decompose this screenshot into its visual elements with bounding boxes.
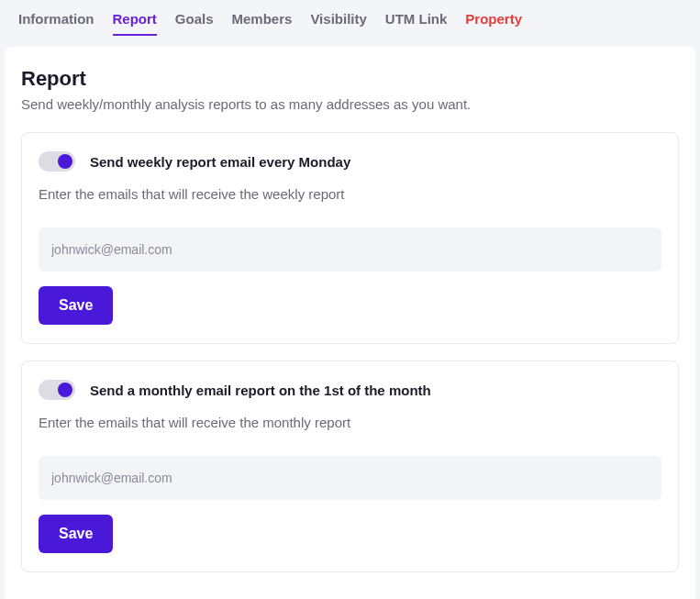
toggle-knob-icon: [58, 154, 72, 169]
weekly-email-input[interactable]: [39, 227, 661, 272]
tab-information[interactable]: Information: [18, 11, 94, 36]
tab-report[interactable]: Report: [113, 11, 157, 36]
monthly-toggle-row: Send a monthly email report on the 1st o…: [39, 380, 661, 400]
monthly-report-block: Send a monthly email report on the 1st o…: [21, 361, 679, 572]
monthly-toggle-label: Send a monthly email report on the 1st o…: [90, 383, 431, 398]
weekly-report-block: Send weekly report email every Monday En…: [21, 132, 679, 344]
monthly-helper-text: Enter the emails that will receive the m…: [39, 415, 661, 430]
weekly-toggle[interactable]: [39, 151, 75, 172]
main-card: Report Send weekly/monthly analysis repo…: [5, 47, 695, 599]
page-subtitle: Send weekly/monthly analysis reports to …: [21, 96, 679, 112]
tab-utm-link[interactable]: UTM Link: [385, 11, 448, 36]
tab-goals[interactable]: Goals: [175, 11, 214, 36]
weekly-toggle-label: Send weekly report email every Monday: [90, 154, 350, 170]
monthly-email-input[interactable]: [39, 456, 661, 500]
monthly-save-button[interactable]: Save: [39, 515, 113, 553]
tab-property[interactable]: Property: [465, 11, 522, 36]
toggle-knob-icon: [58, 383, 72, 397]
page-title: Report: [21, 67, 679, 91]
weekly-helper-text: Enter the emails that will receive the w…: [39, 186, 661, 202]
tab-visibility[interactable]: Visibility: [310, 11, 366, 36]
weekly-save-button[interactable]: Save: [39, 286, 113, 325]
tab-members[interactable]: Members: [232, 11, 293, 36]
monthly-toggle[interactable]: [39, 380, 75, 400]
tabs-bar: Information Report Goals Members Visibil…: [0, 0, 700, 36]
weekly-toggle-row: Send weekly report email every Monday: [39, 151, 661, 172]
